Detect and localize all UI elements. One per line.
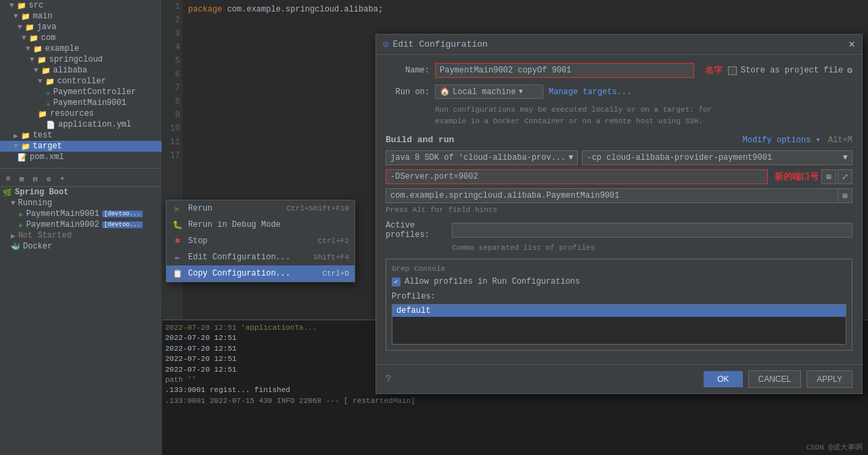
name-label: Name:	[386, 66, 430, 75]
config-icon: ⚙	[383, 39, 388, 50]
context-menu: ▶ Rerun Ctrl+Shift+F10 🐛 Rerun in Debug …	[166, 200, 355, 282]
tree-com[interactable]: ▼ 📁 com	[0, 32, 162, 43]
profiles-list-label: Profiles:	[392, 292, 846, 301]
active-profiles-row: Active profiles:	[386, 221, 852, 240]
tree-payment-main[interactable]: ☕ PaymentMain9001	[0, 98, 162, 108]
tree-alibaba[interactable]: ▼ 📁 alibaba	[0, 65, 162, 76]
tree-target[interactable]: ▼ 📁 target	[0, 141, 162, 152]
tree-java[interactable]: ▼ 📁 java	[0, 22, 162, 32]
run-on-select[interactable]: 🏠 Local machine ▼	[435, 85, 543, 99]
build-run-title: Build and run	[386, 135, 454, 145]
main-class-input[interactable]	[386, 188, 852, 203]
menu-edit-config[interactable]: ✏ Edit Configuration... Shift+F4	[166, 249, 355, 265]
edit-icon: ✏	[172, 252, 183, 263]
name-input[interactable]	[435, 63, 694, 78]
cp-select[interactable]: -cp cloud-alibaba-provider-payment9001 ▼	[582, 150, 852, 165]
active-profiles-input[interactable]	[452, 223, 852, 238]
tree-payment-controller[interactable]: ☕ PaymentController	[0, 87, 162, 98]
sdk-row: java 8 SDK of 'cloud-alibaba-prov... ▼ -…	[386, 150, 852, 165]
running-header[interactable]: ▼ Running	[0, 198, 162, 209]
sdk-text: java 8 SDK of 'cloud-alibaba-prov...	[390, 153, 566, 162]
run-on-row: Run on: 🏠 Local machine ▼ Manage targets…	[386, 85, 852, 99]
run-on-chevron: ▼	[519, 88, 523, 95]
toolbar-btn-2[interactable]: ⊞	[16, 173, 27, 184]
apply-button[interactable]: APPLY	[806, 370, 852, 388]
vm-icons: ⊞ ⤢	[821, 169, 852, 184]
allow-profiles-row: ✓ Allow profiles in Run Configurations	[392, 277, 846, 286]
rerun-icon: ▶	[172, 203, 183, 214]
dialog-titlebar: ⚙ Edit Configuration ✕	[376, 35, 862, 55]
tree-controller[interactable]: ▼ 📁 controller	[0, 76, 162, 87]
edit-config-dialog: ⚙ Edit Configuration ✕ Name: 名字 Store as…	[375, 34, 863, 394]
run-hint-text: Run configurations may be executed local…	[435, 104, 852, 127]
menu-rerun-debug[interactable]: 🐛 Rerun in Debug Mode	[166, 217, 355, 233]
tree-example[interactable]: ▼ 📁 example	[0, 43, 162, 54]
devtool-badge-2: [devtoo...	[102, 221, 143, 228]
toolbar-btn-5[interactable]: +	[57, 173, 68, 184]
vm-options-input[interactable]	[386, 169, 768, 184]
port-annotation: 新的端口号	[775, 171, 819, 183]
cp-chevron: ▼	[843, 153, 848, 162]
payment-main-9001[interactable]: ▶ PaymentMain9001 [devtoo...	[0, 209, 162, 219]
main-class-row: ⊞	[386, 188, 852, 204]
toolbar-btn-3[interactable]: ⊟	[30, 173, 41, 184]
payment-main-9002[interactable]: ▶ PaymentMain9002 [devtoo...	[0, 219, 162, 230]
alt-hint: Press Alt for field hints	[386, 206, 852, 214]
profiles-list: default	[392, 304, 846, 345]
copy-icon: 📋	[172, 268, 183, 279]
store-label: Store as project file	[741, 66, 843, 75]
modify-options-area: Modify options ▾ Alt+M	[743, 135, 852, 145]
name-row: Name: 名字 Store as project file ⚙	[386, 63, 852, 78]
default-profile-item[interactable]: default	[392, 305, 846, 317]
vm-options-row: 新的端口号 ⊞ ⤢	[386, 169, 852, 184]
debug-icon: 🐛	[172, 219, 183, 230]
devtool-badge-1: [devtoo...	[102, 211, 143, 217]
name-annotation: 名字	[705, 64, 723, 77]
watermark: CSDN @成大事啊	[806, 442, 863, 452]
grep-console-title: Grep Console	[392, 265, 846, 273]
modify-options-link[interactable]: Modify options	[743, 135, 811, 145]
vm-fullscreen-btn[interactable]: ⤢	[838, 169, 852, 184]
menu-stop[interactable]: ■ Stop Ctrl+F2	[166, 233, 355, 249]
allow-profiles-checkbox[interactable]: ✓	[392, 278, 401, 286]
machine-icon: 🏠	[440, 87, 450, 97]
toolbar-btn-4[interactable]: ⊙	[43, 173, 54, 184]
tree-pom[interactable]: 📝 pom.xml	[0, 152, 162, 162]
menu-rerun[interactable]: ▶ Rerun Ctrl+Shift+F10	[166, 200, 355, 217]
console-line-8: .133:9001 2022-07-15 430 INFO 22068 --- …	[165, 396, 865, 406]
profiles-hint: Comma separated list of profiles	[452, 244, 852, 252]
cp-text: -cp cloud-alibaba-provider-payment9001	[587, 153, 772, 162]
store-settings-icon[interactable]: ⚙	[847, 65, 852, 76]
modify-chevron: ▾	[816, 135, 821, 145]
manage-targets-link[interactable]: Manage targets...	[549, 87, 631, 97]
tree-main[interactable]: ▼ 📁 main	[0, 11, 162, 22]
cancel-button[interactable]: CANCEL	[748, 370, 802, 388]
dialog-title: ⚙ Edit Configuration	[383, 39, 488, 50]
tree-springcloud[interactable]: ▼ 📁 springcloud	[0, 54, 162, 65]
main-class-icon-btn[interactable]: ⊞	[838, 188, 852, 203]
tree-yml[interactable]: 📄 application.yml	[0, 119, 162, 130]
local-machine-text: Local machine	[453, 87, 516, 97]
modify-shortcut: Alt+M	[828, 135, 852, 145]
store-project-row: Store as project file ⚙	[728, 65, 852, 76]
spring-boot-header[interactable]: 🌿 Spring Boot	[0, 187, 162, 198]
store-checkbox[interactable]	[728, 66, 737, 75]
allow-profiles-label: Allow profiles in Run Configurations	[405, 277, 580, 286]
toolbar-btn-1[interactable]: ≡	[3, 173, 14, 184]
docker-item[interactable]: 🐳 Docker	[0, 241, 162, 252]
tree-src[interactable]: ▼ 📁 src	[0, 0, 162, 11]
tree-test[interactable]: ▶ 📁 test	[0, 130, 162, 141]
grep-console-section: Grep Console ✓ Allow profiles in Run Con…	[386, 259, 852, 351]
menu-copy-config[interactable]: 📋 Copy Configuration... Ctrl+D	[166, 265, 355, 282]
tree-resources[interactable]: 📁 resources	[0, 108, 162, 119]
ok-button[interactable]: OK	[704, 371, 742, 387]
dialog-close-button[interactable]: ✕	[848, 39, 855, 50]
help-button[interactable]: ?	[386, 374, 391, 385]
stop-icon: ■	[172, 236, 183, 246]
not-started[interactable]: ▶ Not Started	[0, 230, 162, 241]
build-run-header: Build and run Modify options ▾ Alt+M	[386, 135, 852, 145]
vm-expand-btn[interactable]: ⊞	[821, 169, 836, 184]
sdk-select[interactable]: java 8 SDK of 'cloud-alibaba-prov... ▼	[386, 150, 578, 165]
spring-boot-toolbar: ≡ ⊞ ⊟ ⊙ +	[0, 171, 162, 187]
active-profiles-label: Active profiles:	[386, 221, 447, 240]
